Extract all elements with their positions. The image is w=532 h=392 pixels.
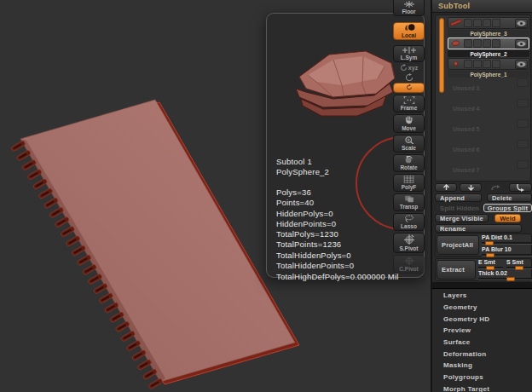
rotate-arrow-icon: [405, 73, 413, 82]
subtool-stats-header: Subtool 1 PolySphere_2: [276, 157, 329, 178]
subtool-list-scrollbar[interactable]: [439, 18, 444, 93]
slider-handle[interactable]: [486, 253, 494, 257]
subtool-copy-button[interactable]: [484, 183, 506, 192]
visibility-eye-icon: [517, 78, 529, 87]
subtool-item-polysphere3[interactable]: PolySphere_3: [448, 17, 529, 37]
subtool-item-polysphere2-selected[interactable]: PolySphere_2: [448, 37, 529, 57]
s-smt-slider[interactable]: S Smt: [506, 259, 532, 269]
section-surface[interactable]: Surface: [432, 337, 532, 348]
section-geometry[interactable]: Geometry: [432, 302, 532, 313]
lasso-button[interactable]: Lasso: [393, 213, 425, 231]
subtool-item-unused[interactable]: Unused 7: [448, 160, 529, 179]
section-preview[interactable]: Preview: [432, 325, 532, 336]
subtool-stats-totals: TotalPolys=1230 TotalPoints=1236 TotalHi…: [276, 229, 399, 282]
slider-handle[interactable]: [485, 241, 494, 245]
split-hidden-button[interactable]: Split Hidden: [435, 204, 482, 212]
slider-handle[interactable]: [506, 277, 515, 281]
clear-pivot-icon: [403, 257, 415, 265]
section-polygroups[interactable]: Polygroups: [432, 372, 532, 383]
polyframe-button[interactable]: PolyF: [393, 174, 425, 192]
subtool-thumbnail: [449, 18, 462, 28]
move-hand-icon: [403, 116, 414, 124]
rotate-z-button[interactable]: [393, 83, 425, 93]
section-geometry-hd[interactable]: Geometry HD: [432, 314, 532, 325]
curved-arrow-icon: [491, 184, 500, 191]
delete-button[interactable]: Delete: [487, 193, 532, 202]
set-pivot-button[interactable]: S.Pivot: [393, 233, 425, 253]
subtool-thumbnail: [449, 59, 462, 69]
section-masking[interactable]: Masking: [432, 360, 532, 371]
subtool-palette-header[interactable]: SubTool: [432, 0, 532, 13]
clear-pivot-button[interactable]: C.Pivot: [393, 255, 425, 274]
e-smt-slider[interactable]: E Smt: [478, 259, 503, 269]
lsym-button[interactable]: L.Sym: [393, 45, 425, 62]
floor-icon: [404, 1, 414, 8]
scale-button[interactable]: Scale: [393, 135, 425, 153]
frame-icon: [403, 96, 415, 104]
move-button[interactable]: Move: [393, 114, 425, 133]
pa-blur-slider[interactable]: PA Blur 10: [482, 246, 532, 257]
transparency-icon: [403, 195, 415, 203]
polysphere-preview: [280, 43, 408, 131]
rotate-arrow-icon: [400, 64, 408, 72]
section-morph-target[interactable]: Morph Target: [432, 383, 532, 392]
transparency-button[interactable]: Transp: [393, 193, 425, 211]
visibility-eye-icon: [517, 140, 529, 148]
section-layers[interactable]: Layers: [432, 290, 532, 301]
append-button[interactable]: Append: [435, 193, 482, 202]
subtool-list: PolySphere_3 PolySphere_2: [435, 14, 531, 182]
subtool-move-down-button[interactable]: [460, 183, 482, 192]
visibility-eye-icon[interactable]: [515, 19, 528, 28]
local-icon: [402, 24, 416, 32]
rotate-arrow-icon: [405, 84, 413, 90]
subtool-stats-current: Polys=36 Points=40 HiddenPolys=0 HiddenP…: [276, 187, 336, 230]
subtool-item-polysphere1[interactable]: PolySphere_1: [448, 58, 529, 78]
zbrush-window: Subtool 1 PolySphere_2 Polys=36 Points=4…: [0, 0, 532, 392]
subtool-item-unused[interactable]: Unused 4: [448, 99, 529, 118]
palette-divider: [432, 282, 532, 289]
subtool-palette-title: SubTool: [438, 2, 470, 10]
scale-magnifier-icon: [403, 136, 415, 144]
section-deformation[interactable]: Deformation: [432, 349, 532, 360]
right-shelf-toolbar: Floor Local L.Sym xyz: [391, 0, 427, 294]
local-button[interactable]: Local: [393, 22, 425, 40]
arrow-down-icon: [467, 184, 475, 191]
branch-arrow-icon: [516, 184, 525, 192]
polyframe-grid-icon: [403, 176, 414, 183]
subtool-item-unused[interactable]: Unused 3: [448, 78, 529, 97]
set-pivot-icon: [403, 234, 415, 245]
arrow-up-icon: [442, 184, 450, 191]
visibility-eye-icon[interactable]: [515, 60, 528, 69]
subtool-palette: SubTool PolySphere_3: [431, 0, 532, 392]
visibility-eye-icon: [517, 160, 529, 169]
visibility-eye-icon[interactable]: [515, 39, 528, 49]
rotate-sphere-icon: [403, 156, 414, 164]
visibility-eye-icon: [517, 99, 529, 107]
merge-visible-button[interactable]: Merge Visible: [435, 214, 489, 222]
rotate-y-button[interactable]: [393, 73, 425, 81]
projectall-button[interactable]: ProjectAll: [437, 235, 479, 255]
subtool-paste-button[interactable]: [509, 183, 532, 192]
subtool-move-up-button[interactable]: [435, 183, 457, 192]
subtool-item-unused[interactable]: Unused 5: [448, 119, 529, 138]
thick-slider[interactable]: Thick 0.02: [478, 270, 532, 280]
lasso-icon: [403, 215, 415, 222]
rotate-button[interactable]: Rotate: [393, 154, 425, 172]
extract-button[interactable]: Extract: [437, 260, 476, 280]
rename-button[interactable]: Rename: [435, 224, 522, 233]
frame-button[interactable]: Frame: [393, 95, 425, 112]
weld-button[interactable]: Weld: [494, 214, 521, 222]
floor-button[interactable]: Floor: [393, 0, 425, 16]
pa-dist-slider[interactable]: PA Dist 0.1: [482, 234, 532, 245]
subtool-item-unused[interactable]: Unused 6: [448, 140, 529, 159]
rotate-xyz-button[interactable]: xyz: [393, 64, 425, 72]
groups-split-button[interactable]: Groups Split: [483, 204, 532, 212]
lsym-icon: [402, 47, 417, 54]
subtool-thumbnail: [449, 38, 462, 49]
visibility-eye-icon: [517, 119, 529, 128]
